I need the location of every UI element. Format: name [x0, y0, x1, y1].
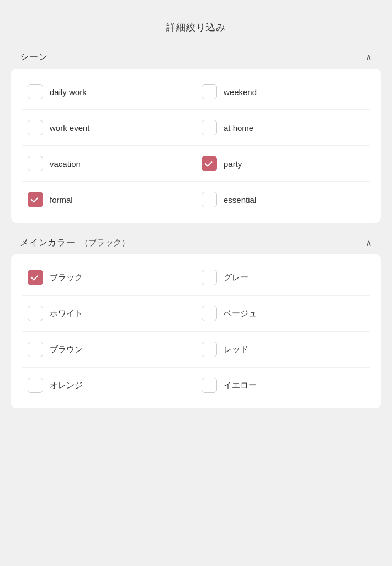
- option-item-black[interactable]: ブラック: [22, 260, 196, 295]
- option-label-yellow: イエロー: [224, 380, 257, 391]
- checkbox-orange[interactable]: [28, 378, 43, 393]
- option-label-weekend: weekend: [224, 87, 257, 97]
- checkbox-daily-work[interactable]: [28, 84, 43, 99]
- options-card-scene: daily workweekendwork eventat homevacati…: [11, 69, 381, 223]
- options-card-main-color: ブラックグレーホワイトベージュブラウンレッドオレンジイエロー: [11, 254, 381, 408]
- chevron-icon-main-color: ∧: [365, 238, 372, 248]
- checkbox-white[interactable]: [28, 306, 43, 321]
- page-container: 詳細絞り込み シーン∧daily workweekendwork eventat…: [0, 0, 392, 566]
- option-item-orange[interactable]: オレンジ: [22, 368, 196, 403]
- option-label-orange: オレンジ: [50, 380, 83, 391]
- option-item-red[interactable]: レッド: [196, 332, 370, 367]
- option-item-party[interactable]: party: [196, 146, 370, 181]
- section-sublabel-main-color: （ブラック）: [80, 238, 130, 248]
- section-scene: シーン∧daily workweekendwork eventat homeva…: [11, 46, 381, 223]
- option-label-daily-work: daily work: [50, 87, 87, 97]
- checkbox-party[interactable]: [202, 156, 217, 171]
- options-grid-scene: daily workweekendwork eventat homevacati…: [22, 74, 370, 217]
- checkbox-beige[interactable]: [202, 306, 217, 321]
- option-item-weekend[interactable]: weekend: [196, 74, 370, 109]
- option-item-essential[interactable]: essential: [196, 182, 370, 217]
- page-title: 詳細絞り込み: [0, 11, 392, 46]
- option-label-beige: ベージュ: [224, 308, 257, 319]
- checkbox-essential[interactable]: [202, 192, 217, 207]
- option-label-formal: formal: [50, 195, 73, 205]
- option-label-essential: essential: [224, 195, 256, 205]
- option-label-white: ホワイト: [50, 308, 83, 319]
- option-label-work-event: work event: [50, 123, 90, 133]
- option-item-brown[interactable]: ブラウン: [22, 332, 196, 367]
- option-label-at-home: at home: [224, 123, 253, 133]
- checkbox-formal[interactable]: [28, 192, 43, 207]
- checkbox-yellow[interactable]: [202, 378, 217, 393]
- option-label-red: レッド: [224, 344, 248, 355]
- option-item-white[interactable]: ホワイト: [22, 296, 196, 331]
- checkbox-black[interactable]: [28, 270, 43, 285]
- option-label-gray: グレー: [224, 272, 248, 283]
- options-grid-main-color: ブラックグレーホワイトベージュブラウンレッドオレンジイエロー: [22, 260, 370, 403]
- checkbox-red[interactable]: [202, 342, 217, 357]
- option-label-vacation: vacation: [50, 159, 81, 169]
- section-label-scene: シーン: [20, 51, 47, 63]
- section-main-color: メインカラー（ブラック）∧ブラックグレーホワイトベージュブラウンレッドオレンジイ…: [11, 232, 381, 408]
- checkbox-work-event[interactable]: [28, 120, 43, 135]
- option-label-party: party: [224, 159, 242, 169]
- section-header-scene[interactable]: シーン∧: [11, 46, 381, 69]
- checkbox-vacation[interactable]: [28, 156, 43, 171]
- option-label-brown: ブラウン: [50, 344, 83, 355]
- option-item-yellow[interactable]: イエロー: [196, 368, 370, 403]
- option-item-formal[interactable]: formal: [22, 182, 196, 217]
- chevron-icon-scene: ∧: [365, 52, 372, 62]
- option-item-gray[interactable]: グレー: [196, 260, 370, 295]
- option-label-black: ブラック: [50, 272, 83, 283]
- option-item-daily-work[interactable]: daily work: [22, 74, 196, 109]
- option-item-vacation[interactable]: vacation: [22, 146, 196, 181]
- checkbox-brown[interactable]: [28, 342, 43, 357]
- option-item-work-event[interactable]: work event: [22, 110, 196, 145]
- section-header-main-color[interactable]: メインカラー（ブラック）∧: [11, 232, 381, 254]
- option-item-at-home[interactable]: at home: [196, 110, 370, 145]
- checkbox-weekend[interactable]: [202, 84, 217, 99]
- section-label-main-color: メインカラー: [20, 237, 76, 249]
- checkbox-gray[interactable]: [202, 270, 217, 285]
- checkbox-at-home[interactable]: [202, 120, 217, 135]
- option-item-beige[interactable]: ベージュ: [196, 296, 370, 331]
